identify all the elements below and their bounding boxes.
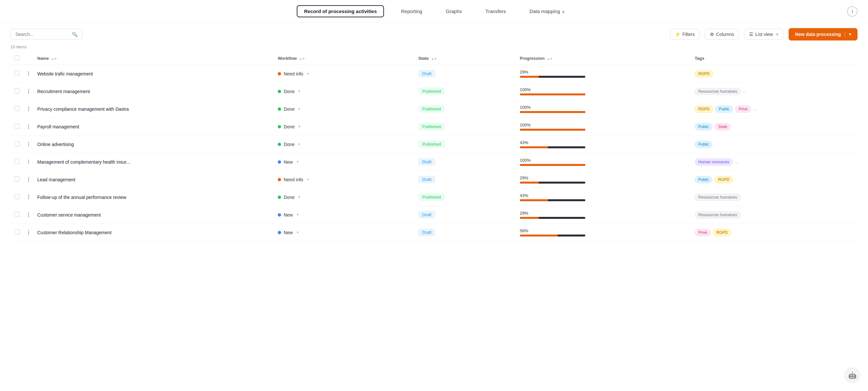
search-box[interactable]: 🔍	[10, 29, 82, 40]
row-menu-4[interactable]	[27, 125, 29, 129]
tag-rgpd-10[interactable]: RGPD	[713, 229, 732, 236]
row-name-10[interactable]: Customer Relationship Management	[37, 230, 112, 235]
filter-icon: ⚡	[675, 32, 680, 37]
row-checkbox-7[interactable]	[14, 176, 20, 182]
row-menu-3[interactable]	[27, 107, 29, 111]
columns-label: Columns	[716, 32, 734, 37]
tag-rh-9[interactable]: Ressources humaines	[695, 211, 741, 219]
info-button[interactable]: i	[847, 6, 858, 17]
tag-public-7[interactable]: Public	[695, 176, 713, 183]
tag-public-3[interactable]: Public	[715, 105, 733, 113]
nav-item-graphs[interactable]: Graphs	[439, 6, 468, 17]
prog-bar-bg-9	[520, 217, 585, 219]
prog-pct-1: 29%	[520, 70, 687, 74]
new-data-processing-button[interactable]: New data processing ▾	[788, 28, 858, 40]
tag-hr-6[interactable]: Human resources	[695, 158, 733, 166]
items-count-label: 10 items	[10, 44, 27, 49]
row-name-7[interactable]: Lead management	[37, 177, 75, 182]
prog-bar-fill-6	[520, 164, 585, 166]
row-name-6[interactable]: Management of complementary health insur…	[37, 159, 130, 165]
progression-column-header[interactable]: Progression ▲▼	[516, 52, 691, 65]
row-name-9[interactable]: Customer service management	[37, 212, 101, 218]
prog-bar-fill-1	[520, 76, 539, 78]
row-name-5[interactable]: Online advertising	[37, 142, 74, 147]
tag-rgpd-1[interactable]: RGPD	[695, 70, 713, 77]
list-view-button[interactable]: ☰ List view ▾	[744, 29, 783, 40]
tag-state-4[interactable]: State	[714, 123, 731, 130]
row-checkbox-9[interactable]	[14, 212, 20, 217]
workflow-chevron-icon-2[interactable]: ▾	[299, 89, 300, 93]
row-checkbox-6[interactable]	[14, 159, 20, 164]
workflow-column-header[interactable]: Workflow ▲▼	[274, 52, 414, 65]
progression-cell-7: 29%	[520, 175, 687, 184]
tag-public-5[interactable]: Public	[695, 141, 713, 148]
button-separator	[845, 31, 845, 37]
row-name-1[interactable]: Website trafic management	[37, 71, 93, 76]
row-checkbox-3[interactable]	[14, 106, 20, 111]
row-menu-7[interactable]	[27, 177, 29, 182]
row-menu-1[interactable]	[27, 71, 29, 76]
search-input[interactable]	[16, 32, 69, 37]
row-checkbox-1[interactable]	[14, 71, 20, 76]
row-checkbox-4[interactable]	[14, 124, 20, 129]
workflow-dot-2	[278, 90, 281, 93]
prog-pct-6: 100%	[520, 158, 687, 163]
tag-prive-3[interactable]: Privé	[735, 105, 751, 113]
row-checkbox-10[interactable]	[14, 229, 20, 234]
state-column-header[interactable]: State ▲▼	[414, 52, 516, 65]
progression-cell-5: 43%	[520, 140, 687, 148]
prog-bar-fill-2	[520, 93, 585, 95]
nav-item-reporting[interactable]: Reporting	[395, 6, 429, 17]
prog-bar-bg-6	[520, 164, 585, 166]
row-menu-10[interactable]	[27, 230, 29, 234]
workflow-chevron-icon-10[interactable]: ▾	[297, 230, 299, 234]
nav-item-data-mapping[interactable]: Data mapping ⊕	[523, 6, 571, 17]
filters-button[interactable]: ⚡ Filters	[670, 29, 700, 40]
workflow-cell-9: New ▾	[278, 212, 410, 218]
row-checkbox-2[interactable]	[14, 88, 20, 93]
row-menu-8[interactable]	[27, 195, 29, 199]
state-badge-9: Draft	[418, 211, 435, 219]
select-all-checkbox[interactable]	[14, 55, 20, 60]
row-menu-6[interactable]	[27, 160, 29, 164]
tag-public-4[interactable]: Public	[695, 123, 713, 130]
workflow-dot-1	[278, 72, 281, 75]
row-menu-2[interactable]	[27, 89, 29, 93]
row-checkbox-5[interactable]	[14, 141, 20, 146]
prog-bar-fill-4	[520, 129, 585, 131]
workflow-chevron-icon-3[interactable]: ▾	[299, 107, 300, 111]
workflow-chevron-icon-5[interactable]: ▾	[299, 142, 300, 146]
tag-rgpd-3[interactable]: RGPD	[695, 105, 713, 113]
columns-button[interactable]: ⚙ Columns	[705, 29, 739, 40]
tag-rh-2[interactable]: Ressources humaines	[695, 88, 741, 95]
row-menu-5[interactable]	[27, 142, 29, 146]
prog-pct-9: 29%	[520, 211, 687, 216]
workflow-chevron-icon-7[interactable]: ▾	[307, 177, 309, 182]
workflow-chevron-icon-1[interactable]: ▾	[307, 71, 309, 76]
row-checkbox-8[interactable]	[14, 194, 20, 199]
row-name-4[interactable]: Payroll management	[37, 124, 79, 129]
nav-item-transfers[interactable]: Transfers	[479, 6, 513, 17]
name-column-header[interactable]: Name ▲▼	[33, 52, 274, 65]
nav-item-record[interactable]: Record of processing activities	[297, 5, 384, 17]
tag-prive-10[interactable]: Privé	[695, 229, 711, 236]
row-menu-9[interactable]	[27, 213, 29, 217]
workflow-chevron-icon-9[interactable]: ▾	[297, 213, 299, 217]
workflow-label-8: Done	[284, 195, 294, 200]
workflow-dot-9	[278, 213, 281, 217]
workflow-chevron-icon-4[interactable]: ▾	[299, 125, 300, 129]
table-row: Management of complementary health insur…	[10, 153, 858, 171]
prog-bar-fill-8	[520, 199, 548, 201]
workflow-label-2: Done	[284, 89, 294, 94]
row-name-8[interactable]: Follow-up of the annual performance revi…	[37, 195, 126, 200]
workflow-chevron-icon-6[interactable]: ▾	[297, 160, 299, 164]
prog-pct-2: 100%	[520, 87, 687, 92]
table-row: Lead management Need info ▾ Draft 29% Pu…	[10, 171, 858, 189]
row-name-3[interactable]: Privacy compliance management with Dastr…	[37, 106, 129, 112]
table-row: Recruitment management Done ▾ Published …	[10, 83, 858, 100]
workflow-chevron-icon-8[interactable]: ▾	[299, 195, 300, 199]
prog-bar-bg-2	[520, 93, 585, 95]
tag-rh-8[interactable]: Ressources humaines	[695, 194, 741, 201]
tag-rgpd-7[interactable]: RGPD	[714, 176, 733, 183]
row-name-2[interactable]: Recruitment management	[37, 89, 90, 94]
